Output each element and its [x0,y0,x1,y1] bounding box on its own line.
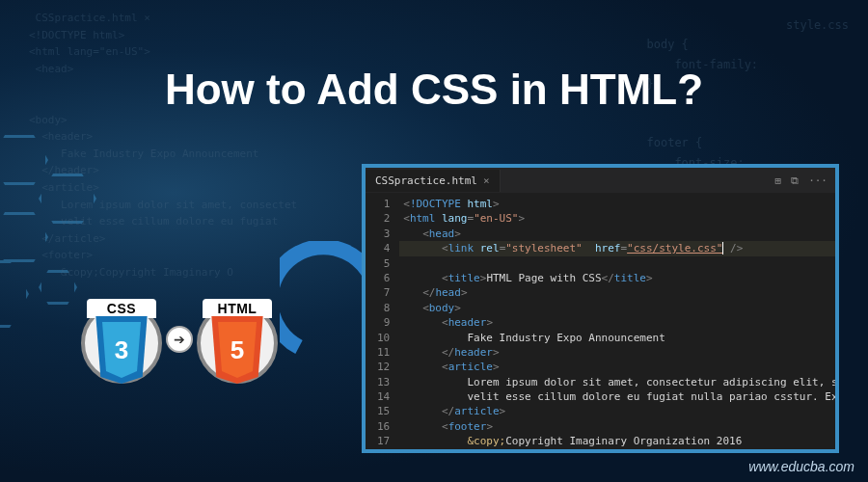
html5-badge: HTML 5 [203,299,272,380]
background-code-left: CSSpractice.html × <!DOCTYPE html> <html… [29,10,297,281]
html-version: 5 [213,322,261,378]
editor-actions: ⊞ ⧉ ··· [775,174,836,187]
editor-tabbar: CSSpractice.html × ⊞ ⧉ ··· [366,168,835,193]
tab-label: CSSpractice.html [375,174,477,187]
code-editor: CSSpractice.html × ⊞ ⧉ ··· 1 2 3 4 5 6 7… [362,164,839,453]
editor-tab-csspractice[interactable]: CSSpractice.html × [366,170,501,192]
page-title: How to Add CSS in HTML? [0,66,868,114]
open-changes-icon[interactable]: ⊞ [775,174,782,187]
split-editor-icon[interactable]: ⧉ [791,174,799,187]
watermark: www.educba.com [748,459,854,474]
close-icon[interactable]: × [483,174,490,187]
arrow-right-icon: ➔ [166,326,193,353]
code-content[interactable]: <!DOCTYPE html> <html lang="en-US"> <hea… [397,193,839,449]
css-badge-label: CSS [87,299,156,318]
html-badge-label: HTML [203,299,272,318]
badge-group: CSS 3 ➔ HTML 5 [87,299,272,380]
css3-badge: CSS 3 [87,299,156,380]
line-numbers: 1 2 3 4 5 6 7 8 9 10 11 12 13 14 15 16 1… [366,193,397,449]
css-version: 3 [97,322,146,378]
more-actions-icon[interactable]: ··· [808,174,827,187]
